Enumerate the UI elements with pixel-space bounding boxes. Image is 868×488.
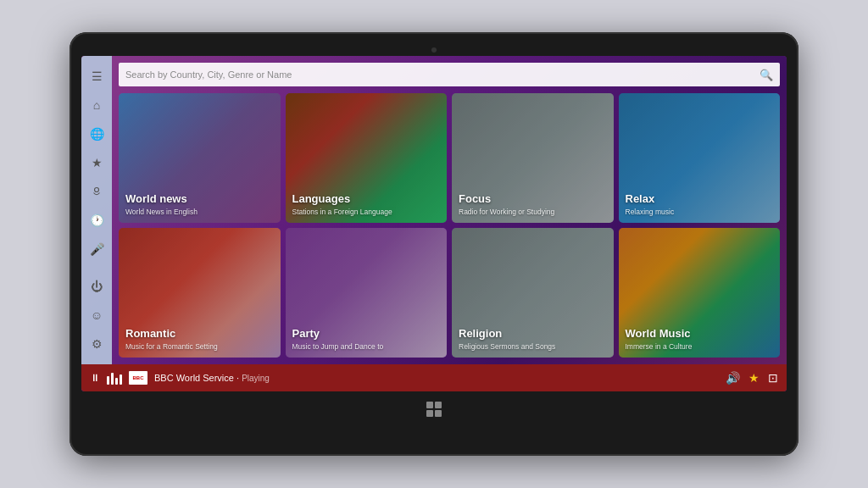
card-text-party: Party Music to Jump and Dance to [292, 327, 384, 351]
card-title-world-news: World news [125, 192, 198, 206]
card-text-world-news: World news World News in English [125, 192, 198, 216]
card-title-party: Party [292, 327, 384, 341]
fullscreen-button[interactable]: ⊡ [768, 371, 778, 385]
card-title-relax: Relax [626, 192, 675, 206]
volume-button[interactable]: 🔊 [726, 371, 740, 385]
favorites-icon[interactable]: ★ [83, 149, 110, 176]
podcast-icon[interactable] [83, 178, 110, 205]
card-title-focus: Focus [459, 192, 554, 206]
search-bar[interactable]: 🔍 [119, 63, 780, 86]
tablet-screen: ☰ ⌂ 🌐 ★ 🕐 🎤 ⏻ ☺ ⚙ [81, 56, 787, 391]
now-playing-bar: ⏸ BBC BBC World Service · Playing 🔊 ★ ⊡ [81, 364, 787, 391]
windows-logo [426, 402, 442, 417]
eq-bar-4 [120, 374, 122, 385]
svg-point-0 [95, 188, 99, 192]
card-title-languages: Languages [292, 192, 392, 206]
card-subtitle-world-news: World News in English [125, 208, 198, 216]
equalizer-bars [107, 371, 122, 385]
player-controls: 🔊 ★ ⊡ [726, 371, 778, 385]
main-area: 🔍 World news World News in English Langu… [112, 56, 787, 364]
card-text-focus: Focus Radio for Working or Studying [459, 192, 554, 216]
card-text-languages: Languages Stations in a Foreign Language [292, 192, 392, 216]
card-subtitle-focus: Radio for Working or Studying [459, 208, 554, 216]
mic-icon[interactable]: 🎤 [83, 236, 110, 263]
card-party[interactable]: Party Music to Jump and Dance to [286, 228, 448, 358]
card-subtitle-world-music: Immerse in a Culture [626, 342, 693, 351]
card-focus[interactable]: Focus Radio for Working or Studying [452, 93, 614, 223]
card-subtitle-languages: Stations in a Foreign Language [292, 208, 392, 216]
eq-bar-2 [111, 373, 114, 385]
card-world-music[interactable]: World Music Immerse in a Culture [619, 228, 781, 358]
card-text-world-music: World Music Immerse in a Culture [626, 327, 693, 351]
eq-bar-3 [115, 378, 118, 385]
card-relax[interactable]: Relax Relaxing music [619, 93, 781, 223]
card-world-news[interactable]: World news World News in English [119, 93, 281, 223]
card-subtitle-relax: Relaxing music [626, 208, 675, 216]
favorite-button[interactable]: ★ [748, 371, 760, 385]
card-text-relax: Relax Relaxing music [626, 192, 675, 216]
station-logo: BBC [129, 371, 147, 385]
card-text-religion: Religion Religious Sermons and Songs [459, 327, 555, 351]
search-input[interactable] [125, 69, 760, 80]
card-title-romantic: Romantic [125, 327, 218, 341]
power-icon[interactable]: ⏻ [83, 273, 110, 300]
card-romantic[interactable]: Romantic Music for a Romantic Setting [119, 228, 281, 358]
card-title-world-music: World Music [626, 327, 693, 341]
home-button[interactable] [421, 396, 447, 422]
card-languages[interactable]: Languages Stations in a Foreign Language [286, 93, 448, 223]
sidebar: ☰ ⌂ 🌐 ★ 🕐 🎤 ⏻ ☺ ⚙ [81, 56, 112, 364]
home-icon[interactable]: ⌂ [83, 92, 110, 119]
search-icon: 🔍 [760, 69, 773, 81]
history-icon[interactable]: 🕐 [83, 207, 110, 234]
card-subtitle-religion: Religious Sermons and Songs [459, 342, 555, 351]
card-text-romantic: Romantic Music for a Romantic Setting [125, 327, 218, 351]
hamburger-menu-icon[interactable]: ☰ [83, 63, 110, 90]
globe-icon[interactable]: 🌐 [83, 120, 110, 147]
card-title-religion: Religion [459, 327, 555, 341]
card-religion[interactable]: Religion Religious Sermons and Songs [452, 228, 614, 358]
playing-status: Playing [242, 374, 270, 383]
tablet-shell: ☰ ⌂ 🌐 ★ 🕐 🎤 ⏻ ☺ ⚙ [70, 32, 798, 456]
emoji-icon[interactable]: ☺ [83, 302, 110, 329]
tablet-camera [431, 47, 437, 53]
settings-icon[interactable]: ⚙ [83, 330, 110, 358]
cards-grid: World news World News in English Languag… [119, 93, 780, 358]
card-subtitle-party: Music to Jump and Dance to [292, 342, 384, 351]
screen-content: ☰ ⌂ 🌐 ★ 🕐 🎤 ⏻ ☺ ⚙ [81, 56, 787, 364]
station-name: BBC World Service · Playing [154, 373, 719, 383]
pause-button[interactable]: ⏸ [90, 372, 100, 384]
eq-bar-1 [107, 376, 109, 385]
card-subtitle-romantic: Music for a Romantic Setting [125, 342, 218, 351]
